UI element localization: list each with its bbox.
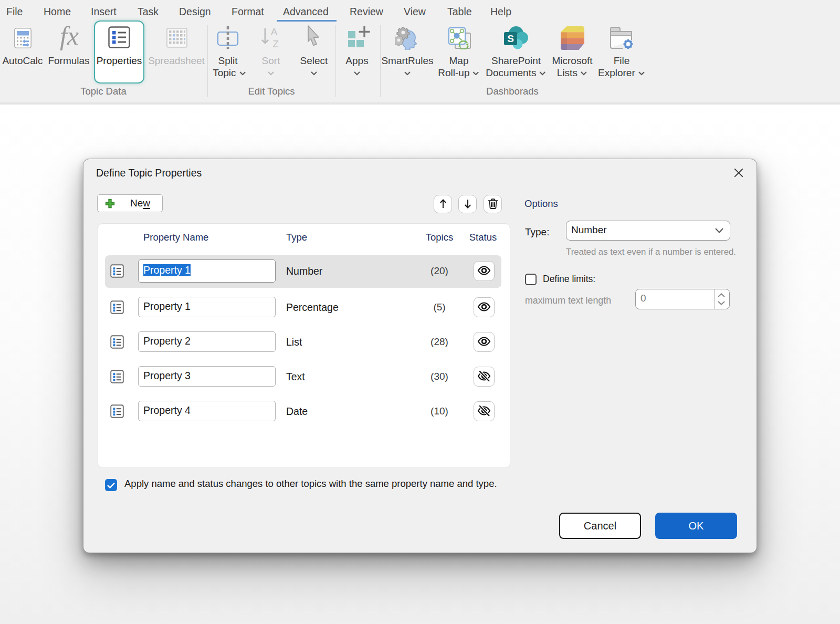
svg-text:S: S xyxy=(507,33,514,44)
svg-text:Z: Z xyxy=(272,38,279,48)
svg-text:A: A xyxy=(271,26,278,37)
